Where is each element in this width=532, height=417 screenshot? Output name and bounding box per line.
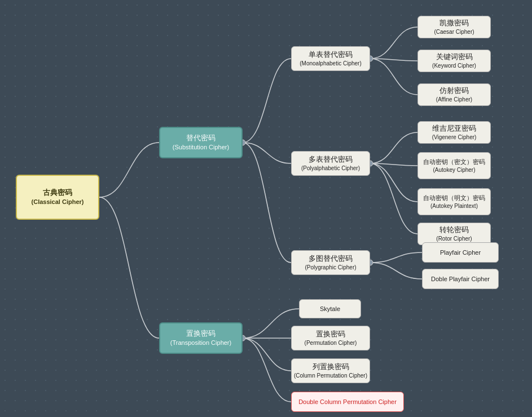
polyalpha-node: 多表替代密码 (Polyalphabetic Cipher) [291,151,370,176]
vigenere-node: 维吉尼亚密码 (Vigenere Cipher) [417,121,491,144]
mono-node: 单表替代密码 (Monoalphabetic Cipher) [291,46,370,71]
autokey-cipher-cn: 自动密钥（密文）密码 [423,158,485,166]
vigenere-en: (Vigenere Cipher) [432,134,477,141]
caesar-cn: 凯撒密码 [439,19,469,28]
root-cn: 古典密码 [43,188,72,198]
rotor-node: 转轮密码 (Rotor Cipher) [417,223,491,245]
permutation-node: 置换密码 (Permutation Cipher) [291,326,370,351]
affine-node: 仿射密码 (Affine Cipher) [417,83,491,106]
transposition-node: 置换密码 (Transposition Cipher) [159,322,243,354]
autokey-cipher-en: (Autokey Cipher) [433,166,475,174]
rotor-cn: 转轮密码 [439,225,469,235]
polyalpha-cn: 多表替代密码 [309,155,353,165]
autokey-plain-node: 自动密钥（明文）密码 (Autokey Plaintext) [417,188,491,215]
playfair-en: Playfair Cipher [440,249,481,256]
root-en: (Classical Cipher) [32,198,84,206]
autokey-plain-en: (Autokey Plaintext) [430,202,478,210]
affine-cn: 仿射密码 [439,86,469,96]
polygraphic-en: (Polygraphic Cipher) [305,264,356,271]
autokey-cipher-node: 自动密钥（密文）密码 (Autokey Cipher) [417,152,491,179]
mono-cn: 单表替代密码 [309,50,353,60]
double-col-perm-en: Double Column Permutation Cipher [298,398,397,406]
skytale-node: Skytale [299,299,361,318]
polyalpha-en: (Polyalphabetic Cipher) [301,165,360,172]
transposition-cn: 置换密码 [186,329,216,339]
autokey-plain-cn: 自动密钥（明文）密码 [423,194,485,202]
column-perm-cn: 列置换密码 [313,362,349,372]
polygraphic-node: 多图替代密码 (Polygraphic Cipher) [291,250,370,275]
keyword-en: (Keyword Cipher) [432,62,476,69]
caesar-node: 凯撒密码 (Caesar Cipher) [417,16,491,38]
permutation-en: (Permutation Cipher) [305,339,357,347]
double-playfair-en: Doble Playfair Cipher [431,275,490,283]
substitution-en: (Substitution Cipher) [173,143,229,151]
column-perm-node: 列置换密码 (Column Permutation Cipher) [291,358,370,383]
double-playfair-node: Doble Playfair Cipher [422,269,499,289]
substitution-cn: 替代密码 [186,134,216,143]
playfair-node: Playfair Cipher [422,242,499,263]
rotor-en: (Rotor Cipher) [436,235,472,242]
affine-en: (Affine Cipher) [436,96,472,103]
vigenere-cn: 维吉尼亚密码 [432,124,476,134]
polygraphic-cn: 多图替代密码 [309,254,353,264]
skytale-en: Skytale [320,305,340,313]
keyword-node: 关键词密码 (Keyword Cipher) [417,50,491,72]
root-node: 古典密码 (Classical Cipher) [16,175,99,220]
double-col-perm-node: Double Column Permutation Cipher [291,392,404,412]
mono-en: (Monoalphabetic Cipher) [300,60,362,67]
substitution-node: 替代密码 (Substitution Cipher) [159,127,243,158]
permutation-cn: 置换密码 [316,330,345,339]
keyword-cn: 关键词密码 [436,52,473,62]
transposition-en: (Transposition Cipher) [170,339,231,347]
column-perm-en: (Column Permutation Cipher) [294,372,367,379]
caesar-en: (Caesar Cipher) [434,28,474,36]
